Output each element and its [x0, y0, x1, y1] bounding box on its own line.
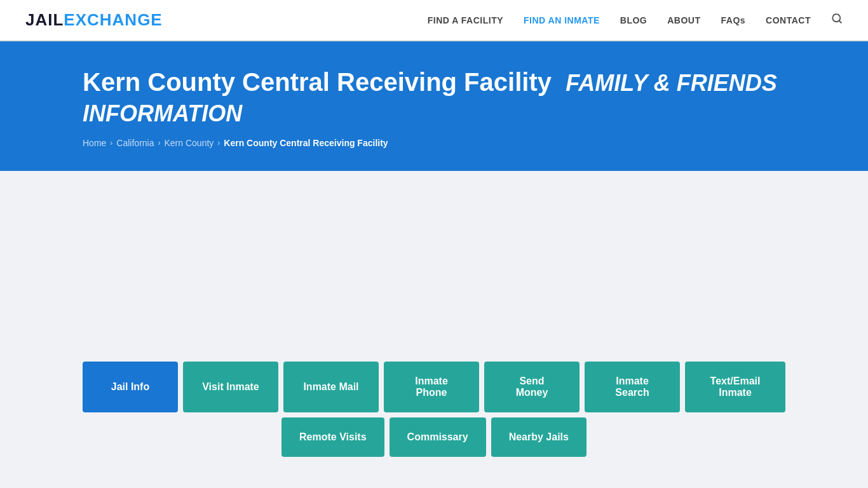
nav-contact[interactable]: CONTACT — [766, 15, 811, 25]
nav-links: FIND A FACILITY FIND AN INMATE BLOG ABOU… — [428, 13, 843, 27]
breadcrumb-current: Kern County Central Receiving Facility — [224, 138, 388, 148]
text-email-inmate-button[interactable]: Text/Email Inmate — [685, 362, 785, 412]
nearby-jails-button[interactable]: Nearby Jails — [491, 417, 587, 457]
nav-blog[interactable]: BLOG — [620, 15, 647, 25]
breadcrumb-california[interactable]: California — [116, 138, 154, 148]
logo-exchange: EXCHANGE — [64, 10, 162, 30]
facility-name: Kern County Central Receiving Facility — [83, 68, 552, 96]
content-area — [0, 171, 868, 349]
breadcrumb-kern-county[interactable]: Kern County — [165, 138, 214, 148]
remote-visits-button[interactable]: Remote Visits — [281, 417, 384, 457]
search-icon[interactable] — [831, 14, 843, 27]
page-title: Kern County Central Receiving Facility F… — [83, 67, 785, 128]
nav-find-inmate[interactable]: FIND AN INMATE — [524, 15, 600, 25]
breadcrumb-sep-1: › — [110, 139, 112, 147]
logo[interactable]: JAILEXCHANGE — [25, 10, 163, 30]
breadcrumb: Home › California › Kern County › Kern C… — [83, 138, 785, 148]
buttons-row-1: Jail Info Visit Inmate Inmate Mail Inmat… — [83, 362, 785, 412]
breadcrumb-home[interactable]: Home — [83, 138, 106, 148]
hero-banner: Kern County Central Receiving Facility F… — [0, 41, 868, 171]
buttons-section: Jail Info Visit Inmate Inmate Mail Inmat… — [0, 349, 868, 487]
breadcrumb-sep-2: › — [158, 139, 161, 147]
send-money-button[interactable]: Send Money — [484, 362, 580, 412]
commissary-button[interactable]: Commissary — [390, 417, 486, 457]
jail-info-button[interactable]: Jail Info — [83, 362, 178, 412]
nav-find-facility[interactable]: FIND A FACILITY — [428, 15, 503, 25]
visit-inmate-button[interactable]: Visit Inmate — [183, 362, 278, 412]
inmate-search-button[interactable]: Inmate Search — [585, 362, 680, 412]
navbar: JAILEXCHANGE FIND A FACILITY FIND AN INM… — [0, 0, 868, 41]
buttons-row-2: Remote Visits Commissary Nearby Jails — [83, 417, 785, 457]
svg-line-1 — [839, 20, 841, 22]
logo-jail: JAIL — [25, 10, 64, 30]
breadcrumb-sep-3: › — [217, 139, 220, 147]
inmate-phone-button[interactable]: Inmate Phone — [384, 362, 479, 412]
nav-faqs[interactable]: FAQs — [721, 15, 746, 25]
inmate-mail-button[interactable]: Inmate Mail — [283, 362, 379, 412]
nav-about[interactable]: ABOUT — [667, 15, 700, 25]
